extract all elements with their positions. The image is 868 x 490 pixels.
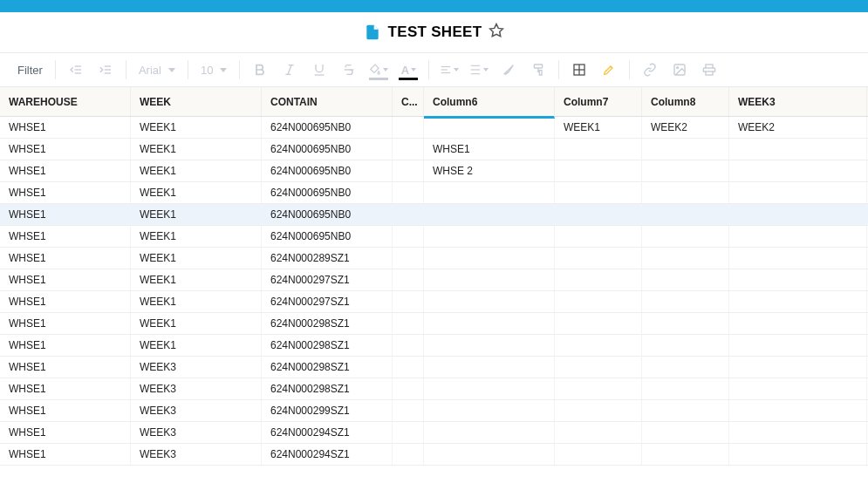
font-family-select[interactable]: Arial (133, 64, 181, 77)
table-cell[interactable] (393, 160, 424, 181)
table-cell[interactable]: WHSE1 (0, 357, 131, 378)
table-cell[interactable] (729, 248, 867, 269)
table-cell[interactable]: WEEK1 (131, 313, 262, 334)
table-cell[interactable]: WHSE1 (0, 226, 131, 247)
column-header[interactable]: Column8 (642, 87, 729, 116)
table-cell[interactable]: 624N000298SZ1 (262, 357, 393, 378)
table-cell[interactable]: WHSE1 (0, 378, 131, 399)
table-cell[interactable]: WEEK1 (131, 269, 262, 290)
page-title[interactable]: TEST SHEET (388, 24, 482, 41)
table-cell[interactable] (393, 291, 424, 312)
table-row[interactable]: WHSE1WEEK1624N000289SZ1 (0, 248, 868, 269)
table-cell[interactable] (729, 269, 867, 290)
table-cell[interactable]: WEEK1 (131, 226, 262, 247)
table-row[interactable]: WHSE1WEEK1624N000695NB0 (0, 182, 868, 204)
table-cell[interactable] (642, 269, 729, 290)
table-cell[interactable] (393, 444, 424, 465)
table-cell[interactable] (555, 160, 642, 181)
table-cell[interactable]: WHSE1 (0, 444, 131, 465)
image-button[interactable] (666, 57, 693, 83)
table-cell[interactable] (729, 160, 867, 181)
table-cell[interactable]: 624N000695NB0 (262, 139, 393, 160)
table-cell[interactable] (729, 204, 867, 225)
vertical-align-button[interactable] (466, 57, 492, 83)
table-cell[interactable]: WEEK2 (729, 117, 867, 138)
table-cell[interactable] (424, 357, 555, 378)
table-cell[interactable] (393, 378, 424, 399)
table-cell[interactable] (424, 313, 555, 334)
table-cell[interactable]: 624N000695NB0 (262, 204, 393, 225)
table-cell[interactable] (424, 422, 555, 443)
table-cell[interactable]: 624N000695NB0 (262, 117, 393, 138)
table-cell[interactable] (642, 160, 729, 181)
table-cell[interactable] (393, 335, 424, 356)
table-cell[interactable] (424, 378, 555, 399)
column-header[interactable]: WEEK3 (729, 87, 867, 116)
table-cell[interactable]: WEEK3 (131, 357, 262, 378)
indent-button[interactable] (92, 57, 119, 83)
table-cell[interactable] (424, 248, 555, 269)
outdent-button[interactable] (63, 57, 89, 83)
table-cell[interactable]: 624N000294SZ1 (262, 444, 393, 465)
table-cell[interactable] (424, 117, 555, 138)
table-row[interactable]: WHSE1WEEK1624N000297SZ1 (0, 291, 868, 313)
table-cell[interactable] (393, 204, 424, 225)
table-cell[interactable]: WHSE1 (0, 400, 131, 421)
table-cell[interactable]: WEEK3 (131, 422, 262, 443)
table-cell[interactable] (729, 422, 867, 443)
table-cell[interactable] (555, 248, 642, 269)
table-cell[interactable]: WHSE1 (0, 248, 131, 269)
conditional-format-button[interactable] (566, 57, 592, 83)
table-cell[interactable]: WEEK3 (131, 400, 262, 421)
table-cell[interactable]: WHSE1 (0, 160, 131, 181)
print-button[interactable] (696, 57, 722, 83)
table-cell[interactable] (729, 378, 867, 399)
table-cell[interactable] (642, 422, 729, 443)
table-row[interactable]: WHSE1WEEK1624N000695NB0WEEK1WEEK2WEEK2 (0, 117, 868, 139)
table-cell[interactable] (642, 378, 729, 399)
italic-button[interactable] (277, 57, 303, 83)
table-cell[interactable]: WHSE1 (0, 204, 131, 225)
table-cell[interactable]: 624N000695NB0 (262, 160, 393, 181)
table-cell[interactable] (393, 357, 424, 378)
table-cell[interactable]: WEEK1 (131, 204, 262, 225)
table-row[interactable]: WHSE1WEEK3624N000298SZ1 (0, 378, 868, 400)
table-cell[interactable]: 624N000695NB0 (262, 182, 393, 203)
table-cell[interactable]: 624N000298SZ1 (262, 313, 393, 334)
table-cell[interactable]: WHSE1 (424, 139, 555, 160)
table-cell[interactable] (642, 139, 729, 160)
table-cell[interactable]: WEEK3 (131, 444, 262, 465)
table-cell[interactable]: WEEK3 (131, 378, 262, 399)
font-size-select[interactable]: 10 (195, 64, 232, 77)
table-cell[interactable]: WHSE1 (0, 139, 131, 160)
table-cell[interactable]: 624N000298SZ1 (262, 378, 393, 399)
table-cell[interactable] (642, 400, 729, 421)
table-cell[interactable] (424, 269, 555, 290)
table-cell[interactable]: WHSE1 (0, 313, 131, 334)
table-cell[interactable] (555, 444, 642, 465)
table-cell[interactable] (729, 400, 867, 421)
table-row[interactable]: WHSE1WEEK1624N000695NB0 (0, 226, 868, 248)
table-cell[interactable] (729, 444, 867, 465)
filter-button[interactable]: Filter (12, 64, 48, 77)
table-cell[interactable]: 624N000299SZ1 (262, 400, 393, 421)
table-cell[interactable]: WEEK1 (131, 139, 262, 160)
table-cell[interactable] (393, 400, 424, 421)
table-row[interactable]: WHSE1WEEK3624N000299SZ1 (0, 400, 868, 422)
table-cell[interactable]: 624N000297SZ1 (262, 291, 393, 312)
table-cell[interactable] (424, 204, 555, 225)
table-cell[interactable]: WHSE1 (0, 269, 131, 290)
table-cell[interactable] (729, 313, 867, 334)
star-icon[interactable] (489, 23, 504, 42)
link-button[interactable] (637, 57, 663, 83)
table-cell[interactable] (555, 139, 642, 160)
clear-format-button[interactable] (496, 57, 522, 83)
table-cell[interactable] (555, 422, 642, 443)
table-cell[interactable] (642, 357, 729, 378)
table-cell[interactable]: WEEK1 (131, 117, 262, 138)
table-cell[interactable] (555, 269, 642, 290)
table-cell[interactable] (729, 335, 867, 356)
table-cell[interactable] (393, 422, 424, 443)
table-cell[interactable] (729, 226, 867, 247)
table-cell[interactable] (729, 357, 867, 378)
